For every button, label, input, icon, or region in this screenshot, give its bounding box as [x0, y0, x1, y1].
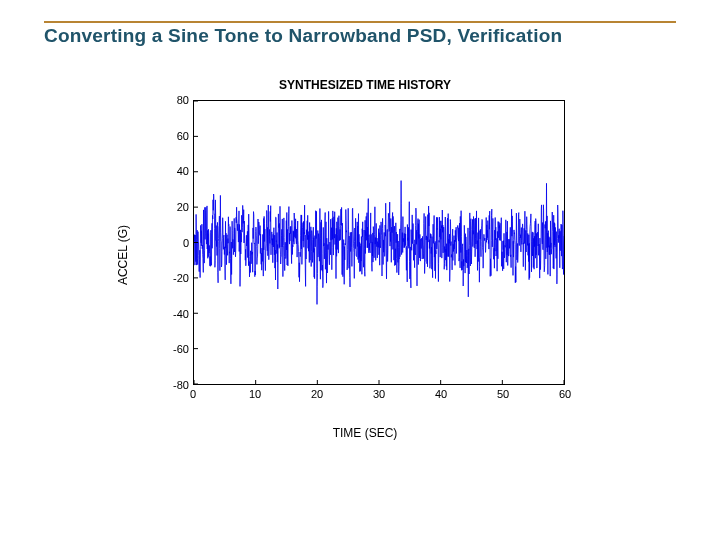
slide-page: Converting a Sine Tone to Narrowband PSD… — [0, 0, 720, 540]
y-axis-label: ACCEL (G) — [116, 225, 130, 285]
x-tick: 10 — [249, 388, 261, 400]
y-tick: 80 — [159, 94, 189, 106]
x-tick: 50 — [497, 388, 509, 400]
x-tick: 40 — [435, 388, 447, 400]
time-history-trace — [194, 101, 564, 384]
y-tick: 40 — [159, 165, 189, 177]
x-axis-label: TIME (SEC) — [145, 426, 585, 440]
y-tick: -20 — [159, 272, 189, 284]
chart-title: SYNTHESIZED TIME HISTORY — [145, 78, 585, 92]
x-tick: 60 — [559, 388, 571, 400]
y-tick: -80 — [159, 379, 189, 391]
x-tick: 0 — [190, 388, 196, 400]
plot-area — [193, 100, 565, 385]
y-tick: 60 — [159, 130, 189, 142]
y-tick: 0 — [159, 237, 189, 249]
x-tick: 30 — [373, 388, 385, 400]
x-tick: 20 — [311, 388, 323, 400]
y-tick: -40 — [159, 308, 189, 320]
y-tick: 20 — [159, 201, 189, 213]
chart: SYNTHESIZED TIME HISTORY ACCEL (G) TIME … — [145, 80, 585, 430]
y-tick: -60 — [159, 343, 189, 355]
title-underline — [44, 21, 676, 23]
page-title: Converting a Sine Tone to Narrowband PSD… — [44, 25, 562, 47]
